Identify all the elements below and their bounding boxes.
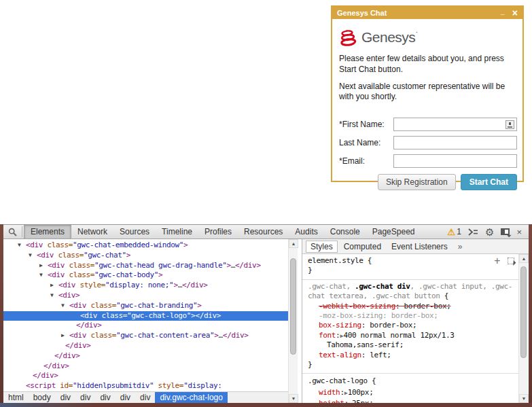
- tree-row[interactable]: </div>: [3, 371, 288, 381]
- devtools-toolbar-right: ⚠ 1 ⚙ ×: [448, 227, 529, 237]
- styles-scrollbar[interactable]: ▲ ▼: [518, 254, 528, 403]
- tab-timeline[interactable]: Timeline: [156, 225, 198, 238]
- collapse-icon[interactable]: ▼: [50, 291, 54, 301]
- toolbar-separator: [22, 226, 22, 237]
- inspect-element-icon[interactable]: [508, 258, 514, 264]
- expand-icon[interactable]: ▶: [39, 261, 43, 271]
- warning-counter[interactable]: ⚠ 1: [448, 227, 461, 236]
- tree-row[interactable]: </div>: [3, 341, 288, 351]
- style-row[interactable]: width:▶100px;: [302, 387, 518, 399]
- chat-widget-titlebar[interactable]: Genesys Chat _ ×: [332, 7, 522, 19]
- style-row[interactable]: .gwc-chat-logo {: [302, 376, 518, 387]
- trademark-mark: ·: [415, 28, 417, 36]
- close-icon[interactable]: ×: [512, 8, 518, 18]
- devtools-tabs: ElementsNetworkSourcesTimelineProfilesRe…: [24, 225, 421, 238]
- add-style-rule-icon[interactable]: +: [494, 257, 500, 265]
- styles-content: element.style {+}.gwc-chat, .gwc-chat di…: [302, 254, 518, 403]
- collapse-icon[interactable]: ▼: [39, 270, 43, 281]
- scroll-up-icon[interactable]: ▲: [519, 254, 529, 263]
- warning-count: 1: [457, 227, 461, 236]
- tree-row[interactable]: </div>: [3, 361, 288, 372]
- breadcrumb-item[interactable]: div: [116, 392, 135, 403]
- styles-tabs: StylesComputedEvent Listeners»: [302, 239, 529, 254]
- style-rule-section: element.style {+}: [302, 254, 518, 280]
- breadcrumb-item[interactable]: body: [29, 392, 56, 403]
- tree-row[interactable]: </div>: [3, 321, 288, 331]
- devtools-panel: ElementsNetworkSourcesTimelineProfilesRe…: [0, 224, 532, 403]
- first-name-label: *First Name:: [339, 120, 393, 129]
- tab-profiles[interactable]: Profiles: [198, 225, 238, 238]
- tree-row[interactable]: </div>: [3, 351, 288, 361]
- style-row[interactable]: font:▶400 normal normal 12px/1.3: [302, 331, 518, 340]
- settings-gear-icon[interactable]: ⚙: [485, 227, 494, 237]
- devtools-close-icon[interactable]: ×: [516, 228, 522, 236]
- styles-tab-event-listeners[interactable]: Event Listeners: [387, 241, 452, 252]
- genesys-logo: Genesys·: [339, 28, 517, 47]
- tree-row[interactable]: ▼<div class="gwc-chat-embedded-window">: [3, 241, 288, 251]
- tree-row[interactable]: ▼<div class="gwc-chat-branding">: [3, 301, 288, 311]
- breadcrumb-item[interactable]: html: [3, 392, 29, 403]
- style-row[interactable]: text-align: left;: [302, 351, 518, 360]
- style-row[interactable]: }: [302, 266, 518, 275]
- chat-widget-body: Genesys· Please enter few details about …: [332, 19, 522, 190]
- style-row[interactable]: element.style {+: [302, 256, 518, 266]
- skip-registration-button[interactable]: Skip Registration: [378, 174, 456, 190]
- breadcrumb-item-selected[interactable]: div.gwc-chat-logo: [155, 392, 227, 403]
- breadcrumb-item[interactable]: div: [95, 392, 115, 403]
- tree-row[interactable]: ▶<div class="gwc-chat-head gwc-drag-hand…: [3, 261, 288, 271]
- dock-side-icon[interactable]: [501, 228, 510, 235]
- breadcrumb-item[interactable]: div: [56, 392, 75, 403]
- style-rule-section: .gwc-chat, .gwc-chat div, .gwc-chat inpu…: [302, 280, 518, 374]
- tree-row[interactable]: <div class="gwc-chat-logo"></div>: [3, 311, 288, 321]
- tab-sources[interactable]: Sources: [113, 225, 156, 238]
- form-field-row: *Email:: [339, 154, 517, 168]
- tab-elements[interactable]: Elements: [24, 225, 71, 238]
- expand-icon[interactable]: ▶: [61, 331, 65, 341]
- tree-row[interactable]: ▼<div class="gwc-chat">: [3, 251, 288, 261]
- search-icon[interactable]: [3, 228, 22, 236]
- expand-icon[interactable]: ▶: [50, 281, 54, 291]
- style-row[interactable]: .gwc-chat, .gwc-chat div, .gwc-chat inpu…: [302, 282, 518, 291]
- scrollbar-thumb[interactable]: [290, 258, 296, 355]
- scroll-down-icon[interactable]: ▼: [519, 394, 529, 403]
- collapse-icon[interactable]: ▼: [29, 251, 32, 261]
- console-toggle-icon[interactable]: [468, 228, 478, 236]
- collapse-icon[interactable]: ▼: [61, 301, 65, 311]
- tree-row[interactable]: ▼<div class="gwc-chat-body">: [3, 270, 288, 281]
- scrollbar-thumb[interactable]: [520, 266, 527, 358]
- start-chat-button[interactable]: Start Chat: [461, 174, 517, 190]
- style-row[interactable]: box-sizing: border-box;: [302, 321, 518, 330]
- scroll-up-icon[interactable]: ▲: [289, 239, 298, 248]
- collapse-icon[interactable]: ▼: [18, 241, 21, 251]
- style-row[interactable]: -moz-box-sizing: border-box;: [302, 311, 518, 321]
- tree-row[interactable]: ▶<div style="display: none;">…</div>: [3, 281, 288, 291]
- scroll-down-icon[interactable]: ▼: [289, 394, 298, 403]
- tree-row[interactable]: ▶<div class="gwc-chat-content-area">…</d…: [3, 331, 288, 341]
- tree-row[interactable]: <script id="hiddenlpsubmitdiv" style="di…: [3, 381, 288, 391]
- minimize-icon[interactable]: _: [501, 7, 505, 15]
- email-input[interactable]: [393, 154, 517, 168]
- devtools-toolbar: ElementsNetworkSourcesTimelineProfilesRe…: [3, 224, 529, 239]
- styles-tab-computed[interactable]: Computed: [340, 241, 385, 252]
- style-row[interactable]: chat textarea, .gwc-chat button {: [302, 291, 518, 301]
- tab-audits[interactable]: Audits: [289, 225, 323, 238]
- style-row[interactable]: }: [302, 360, 518, 370]
- tabs-overflow-icon[interactable]: »: [454, 241, 467, 252]
- tree-row[interactable]: ▼<div>: [3, 291, 288, 301]
- styles-tab-styles[interactable]: Styles: [306, 241, 338, 253]
- tab-console[interactable]: Console: [324, 225, 366, 238]
- first-name-input[interactable]: [393, 118, 517, 131]
- tab-network[interactable]: Network: [71, 225, 113, 238]
- breadcrumb-item[interactable]: div: [75, 392, 95, 403]
- last-name-label: Last Name:: [339, 138, 393, 147]
- tab-resources[interactable]: Resources: [238, 225, 289, 238]
- intro-text-1: Please enter few details about you, and …: [339, 54, 518, 75]
- elements-tree-scrollbar[interactable]: ▲ ▼: [288, 239, 298, 403]
- breadcrumb-item[interactable]: div: [135, 392, 155, 403]
- last-name-input[interactable]: [393, 136, 517, 149]
- style-row[interactable]: Tahoma,sans-serif;: [302, 340, 518, 350]
- style-row[interactable]: -webkit-box-sizing: border-box;: [302, 302, 518, 311]
- tab-pagespeed[interactable]: PageSpeed: [366, 225, 421, 238]
- autofill-icon[interactable]: [506, 120, 514, 129]
- email-label: *Email:: [339, 156, 393, 166]
